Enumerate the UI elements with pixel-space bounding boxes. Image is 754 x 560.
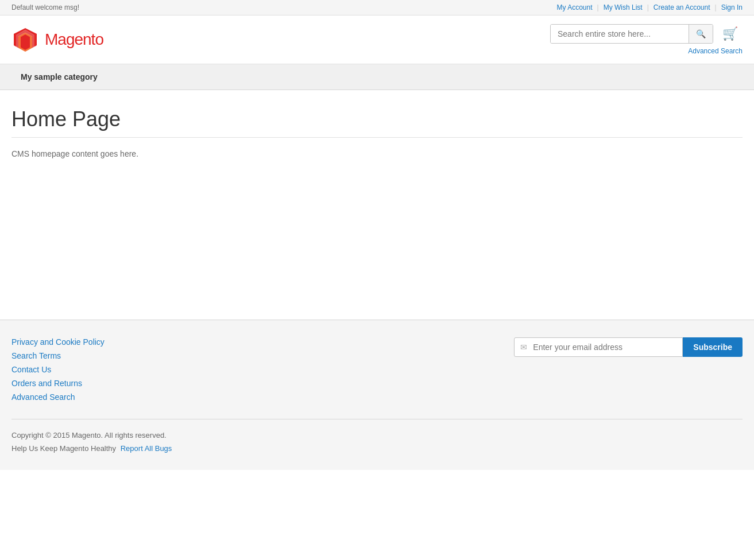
separator-2: | (647, 3, 649, 11)
search-box: 🔍 (550, 24, 713, 44)
sign-in-link[interactable]: Sign In (721, 3, 743, 11)
magento-logo-icon (11, 26, 39, 53)
search-input[interactable] (551, 25, 689, 43)
help-text-wrapper: Help Us Keep Magento Healthy Report All … (11, 444, 743, 453)
footer-link-advanced-search[interactable]: Advanced Search (11, 392, 105, 402)
footer: Privacy and Cookie Policy Search Terms C… (0, 320, 754, 470)
separator-3: | (715, 3, 717, 11)
logo-text: Magento (45, 30, 103, 49)
cart-icon[interactable]: 🛒 (718, 24, 743, 44)
footer-bottom: Copyright © 2015 Magento. All rights res… (11, 419, 743, 453)
separator-1: | (597, 3, 599, 11)
nav-link-sample-category[interactable]: My sample category (11, 64, 107, 90)
header-right: 🔍 🛒 Advanced Search (550, 24, 743, 55)
my-account-link[interactable]: My Account (556, 3, 592, 11)
search-icon: 🔍 (696, 29, 706, 38)
subscribe-button[interactable]: Subscribe (683, 337, 743, 357)
nav-bar: My sample category (0, 64, 754, 90)
nav-list: My sample category (11, 64, 743, 90)
footer-newsletter: ✉ Subscribe (514, 337, 743, 357)
advanced-search-header-link[interactable]: Advanced Search (688, 47, 743, 55)
nav-item-sample-category: My sample category (11, 64, 107, 90)
main-content: Home Page CMS homepage content goes here… (0, 90, 754, 320)
page-title: Home Page (11, 107, 743, 138)
report-bugs-link[interactable]: Report All Bugs (121, 444, 172, 453)
help-text: Help Us Keep Magento Healthy (11, 444, 116, 453)
footer-link-search-terms[interactable]: Search Terms (11, 351, 105, 360)
cms-content: CMS homepage content goes here. (11, 149, 743, 158)
footer-link-contact-us[interactable]: Contact Us (11, 365, 105, 374)
newsletter-input-wrap: ✉ (514, 337, 683, 357)
footer-links: Privacy and Cookie Policy Search Terms C… (11, 337, 105, 402)
my-wish-list-link[interactable]: My Wish List (604, 3, 643, 11)
copyright-text: Copyright © 2015 Magento. All rights res… (11, 431, 743, 440)
header: Magento 🔍 🛒 Advanced Search (0, 15, 754, 64)
welcome-message: Default welcome msg! (11, 3, 79, 11)
create-account-link[interactable]: Create an Account (654, 3, 710, 11)
search-area: 🔍 🛒 (550, 24, 743, 44)
footer-link-orders-returns[interactable]: Orders and Returns (11, 379, 105, 388)
svg-marker-3 (21, 34, 30, 50)
search-button[interactable]: 🔍 (689, 25, 713, 43)
logo-area: Magento (11, 26, 103, 53)
email-icon: ✉ (515, 338, 533, 356)
top-bar: Default welcome msg! My Account | My Wis… (0, 0, 754, 15)
footer-inner: Privacy and Cookie Policy Search Terms C… (11, 337, 743, 402)
newsletter-email-input[interactable] (533, 338, 682, 356)
footer-link-privacy[interactable]: Privacy and Cookie Policy (11, 337, 105, 347)
